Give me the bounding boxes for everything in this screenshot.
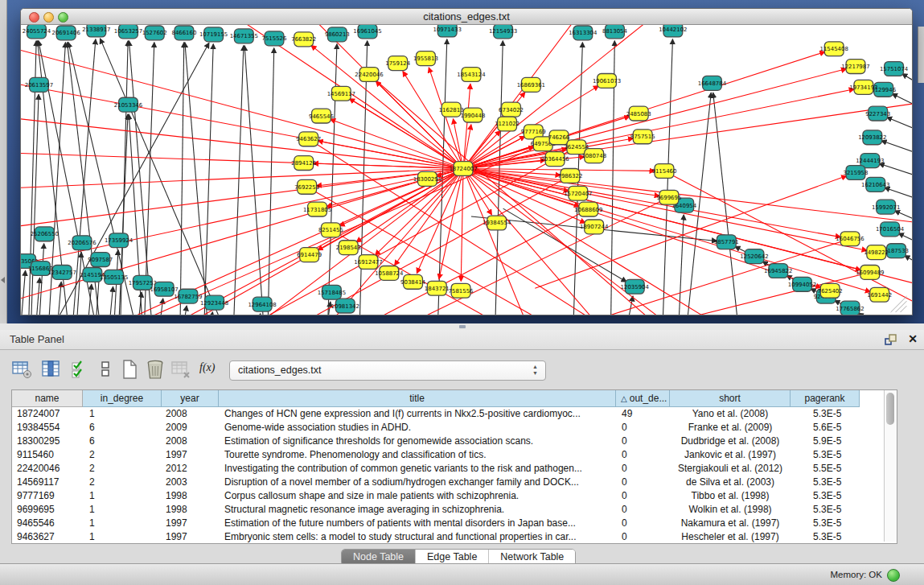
- dropdown-stepper-icon[interactable]: ▲▼: [532, 364, 539, 377]
- network-edge[interactable]: [268, 48, 274, 315]
- network-node[interactable]: 8466160: [171, 26, 196, 40]
- column-header-year[interactable]: year: [162, 390, 219, 407]
- show-column-icon[interactable]: [40, 359, 61, 380]
- network-node[interactable]: 24055724: [23, 25, 51, 39]
- network-node[interactable]: 7692253: [294, 179, 319, 194]
- network-edge[interactable]: [463, 169, 840, 237]
- table-body[interactable]: 1872400712008Changes of HCN gene express…: [12, 407, 884, 544]
- network-node[interactable]: 9097587: [88, 253, 113, 267]
- network-node[interactable]: 6914479: [297, 248, 322, 262]
- network-edge[interactable]: [35, 278, 39, 315]
- network-node[interactable]: 18907244: [580, 220, 609, 234]
- network-window-titlebar[interactable]: citations_edges.txt: [21, 9, 912, 25]
- node-table[interactable]: namein_degreeyeartitle△out_de...shortpag…: [11, 389, 897, 544]
- column-header-out_de[interactable]: △out_de...: [616, 390, 670, 407]
- network-node[interactable]: 14569117: [327, 86, 355, 101]
- network-node[interactable]: 10971433: [433, 25, 462, 37]
- network-node[interactable]: 9227343: [865, 106, 890, 121]
- network-edge[interactable]: [463, 84, 470, 168]
- network-node[interactable]: 10719155: [199, 27, 228, 42]
- network-edge[interactable]: [403, 72, 463, 169]
- network-edge[interactable]: [327, 44, 337, 315]
- network-node[interactable]: 12093822: [858, 130, 886, 145]
- network-node[interactable]: 1955813: [413, 51, 438, 66]
- network-edge[interactable]: [881, 141, 912, 159]
- network-node[interactable]: 12964108: [248, 297, 276, 311]
- network-node[interactable]: 15720407: [564, 186, 592, 200]
- network-node[interactable]: 6734022: [499, 102, 524, 117]
- network-node[interactable]: 1843721: [425, 281, 450, 295]
- collapsed-panel-strip[interactable]: [0, 0, 7, 323]
- network-node[interactable]: 16046756: [836, 232, 864, 246]
- network-node[interactable]: 1121022: [495, 117, 519, 131]
- network-edge[interactable]: [81, 169, 463, 315]
- network-edge[interactable]: [679, 215, 684, 315]
- network-node[interactable]: 18543124: [457, 68, 486, 82]
- network-node[interactable]: 21053346: [114, 97, 142, 112]
- row-select-icon[interactable]: [69, 359, 90, 380]
- network-edge[interactable]: [185, 43, 208, 315]
- network-edge[interactable]: [21, 169, 463, 188]
- network-node[interactable]: 8757515: [630, 130, 655, 144]
- network-node[interactable]: 1527602: [142, 26, 167, 40]
- network-node[interactable]: 1759124: [385, 56, 410, 71]
- network-edge[interactable]: [463, 169, 870, 292]
- network-node[interactable]: 20691406: [51, 26, 80, 40]
- network-node[interactable]: 10653257: [114, 25, 142, 39]
- close-panel-icon[interactable]: ✕: [906, 332, 919, 345]
- network-edge[interactable]: [626, 296, 633, 315]
- network-node[interactable]: 9115460: [651, 164, 676, 179]
- network-window[interactable]: citations_edges.txt 24055724206914062133…: [20, 8, 913, 315]
- network-node[interactable]: 9860213: [325, 27, 350, 42]
- network-edge[interactable]: [463, 25, 655, 169]
- network-node[interactable]: 10442102: [659, 25, 687, 37]
- network-node[interactable]: 16210643: [861, 177, 889, 192]
- network-node[interactable]: 2198543: [336, 241, 361, 255]
- table-row[interactable]: 1830029562008Estimation of significance …: [12, 435, 884, 448]
- network-edge[interactable]: [210, 312, 213, 315]
- table-row[interactable]: 946554611997Estimation of the future num…: [12, 517, 884, 530]
- network-node[interactable]: 1990448: [460, 108, 485, 122]
- table-scrollbar[interactable]: [884, 390, 897, 542]
- network-node[interactable]: 7625402: [818, 283, 843, 298]
- new-document-icon[interactable]: [119, 359, 140, 380]
- network-edge[interactable]: [858, 313, 882, 315]
- network-edge[interactable]: [180, 43, 184, 315]
- memory-status-indicator[interactable]: [887, 569, 900, 582]
- network-edge[interactable]: [183, 306, 187, 315]
- table-options-icon[interactable]: [11, 359, 32, 380]
- function-builder-icon[interactable]: f(x): [199, 361, 220, 382]
- network-node[interactable]: 15751074: [880, 62, 909, 76]
- network-edge[interactable]: [887, 117, 912, 137]
- panel-splitter[interactable]: [0, 323, 924, 330]
- panel-expand-arrow-icon[interactable]: [1, 277, 5, 283]
- network-edge[interactable]: [461, 169, 463, 282]
- network-node[interactable]: 9038414: [400, 274, 425, 289]
- network-node[interactable]: 16099489: [856, 266, 884, 280]
- column-header-title[interactable]: title: [219, 390, 616, 407]
- column-header-short[interactable]: short: [670, 390, 791, 407]
- network-node[interactable]: 10981342: [331, 299, 359, 313]
- network-node[interactable]: 14671355: [230, 29, 258, 43]
- network-node[interactable]: 9463627: [296, 132, 321, 146]
- network-node[interactable]: 7581556: [449, 283, 474, 298]
- network-node[interactable]: 16648784: [698, 76, 727, 90]
- table-row[interactable]: 1456911722003Disruption of a novel membe…: [12, 476, 884, 489]
- network-node[interactable]: 11545408: [820, 42, 848, 56]
- resize-grip-icon[interactable]: [891, 296, 907, 312]
- table-row[interactable]: 969969511998Structural magnetic resonanc…: [12, 503, 884, 517]
- network-node[interactable]: 7986322: [557, 169, 582, 183]
- table-row[interactable]: 2242004622012Investigating the contribut…: [12, 462, 884, 476]
- column-header-pagerank[interactable]: pagerank: [791, 390, 860, 407]
- network-node[interactable]: 21338917: [82, 25, 110, 37]
- network-node[interactable]: 16961045: [353, 25, 381, 39]
- network-edge[interactable]: [257, 314, 261, 315]
- network-node[interactable]: 16945822: [764, 264, 792, 278]
- network-edge[interactable]: [902, 74, 912, 93]
- network-node[interactable]: 746266: [548, 130, 569, 145]
- network-node[interactable]: 7663822: [291, 32, 316, 47]
- network-edge[interactable]: [109, 286, 113, 315]
- network-node[interactable]: 9465546: [309, 109, 334, 123]
- table-row[interactable]: 1872400712008Changes of HCN gene express…: [12, 407, 884, 421]
- table-row[interactable]: 946362711997Embryonic stem cells: a mode…: [12, 530, 884, 544]
